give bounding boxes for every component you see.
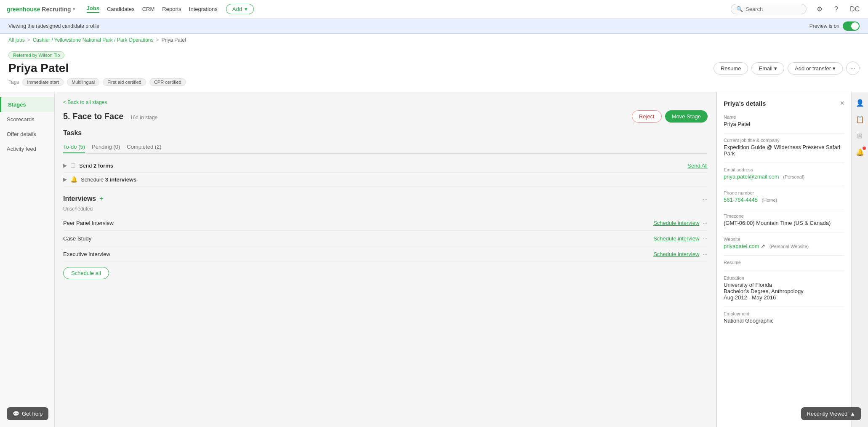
banner-text: Viewing the redesigned candidate profile: [8, 23, 99, 29]
header-actions: Resume Email ▾ Add or transfer ▾ ···: [714, 61, 860, 75]
interviews-more-button[interactable]: ···: [703, 195, 708, 202]
preview-label: Preview is on: [809, 23, 839, 29]
schedule-exec-link[interactable]: Schedule interview: [653, 251, 699, 257]
add-or-transfer-button[interactable]: Add or transfer ▾: [788, 62, 843, 75]
profile-icon[interactable]: 👤: [854, 97, 866, 109]
interview-case-actions: Schedule interview ···: [653, 235, 708, 242]
left-sidebar: Stages Scorecards Offer details Activity…: [0, 92, 55, 427]
right-panel-header: Priya's details ×: [724, 99, 844, 108]
chat-label: Get help: [22, 411, 43, 417]
email-button[interactable]: Email ▾: [751, 62, 784, 75]
email-link[interactable]: priya.patel@zmail.com: [724, 173, 779, 180]
tab-completed[interactable]: Completed (2): [127, 141, 161, 153]
interview-row-exec: Executive Interview Schedule interview ·…: [63, 246, 708, 262]
detail-education-label: Education: [724, 275, 844, 280]
divider-4: [724, 209, 844, 209]
chat-widget[interactable]: 💬 Get help: [7, 407, 48, 420]
logo-gray: Recruiting: [42, 6, 71, 13]
logo-green: greenhouse: [7, 6, 40, 13]
tab-todo[interactable]: To-do (5): [63, 141, 85, 153]
phone-link[interactable]: 561-784-4445: [724, 197, 758, 203]
email-tag: (Personal): [783, 174, 804, 179]
exec-more-button[interactable]: ···: [703, 251, 708, 257]
task-row-forms: ▶ ☐ Send 2 forms Send All: [63, 159, 708, 173]
tasks-title: Tasks: [63, 129, 708, 137]
logo-dropdown-arrow[interactable]: ▾: [73, 7, 75, 11]
divider-6: [724, 255, 844, 256]
schedule-peer-link[interactable]: Schedule interview: [653, 220, 699, 226]
move-stage-button[interactable]: Move Stage: [665, 110, 708, 123]
nav-jobs[interactable]: Jobs: [87, 5, 99, 13]
more-button[interactable]: ···: [846, 61, 860, 75]
divider-8: [724, 307, 844, 307]
tag-multilingual[interactable]: Multilingual: [67, 78, 99, 86]
sidebar-item-activity-feed[interactable]: Activity feed: [0, 141, 54, 156]
detail-email: Email address priya.patel@zmail.com (Per…: [724, 167, 844, 180]
tag-first-aid[interactable]: First aid certified: [103, 78, 146, 86]
website-link[interactable]: priyapatel.com: [724, 243, 759, 249]
detail-employment: Employment National Geographic: [724, 311, 844, 324]
help-button[interactable]: ?: [833, 4, 840, 15]
tasks-section: Tasks To-do (5) Pending (0) Completed (2…: [63, 129, 708, 187]
interviews-header: Interviews + ···: [63, 195, 708, 203]
detail-job-value: Expedition Guide @ Wilderness Preserve S…: [724, 144, 844, 157]
reject-button[interactable]: Reject: [632, 110, 662, 123]
case-more-button[interactable]: ···: [703, 235, 708, 242]
detail-website: Website priyapatel.com ↗ (Personal Websi…: [724, 237, 844, 249]
detail-job-label: Current job title & company: [724, 138, 844, 143]
grid-icon[interactable]: ⊞: [855, 130, 864, 141]
detail-email-value: priya.patel@zmail.com (Personal): [724, 173, 844, 180]
task-interviews-icon: 🔔: [70, 176, 77, 183]
detail-education-value: University of Florida Bachelor's Degree,…: [724, 282, 844, 301]
right-panel-close-button[interactable]: ×: [840, 99, 844, 108]
recently-viewed-widget[interactable]: Recently Viewed ▲: [801, 407, 861, 420]
detail-name: Name Priya Patel: [724, 115, 844, 127]
settings-button[interactable]: ⚙: [815, 3, 824, 15]
divider-7: [724, 271, 844, 271]
send-all-link[interactable]: Send All: [687, 163, 708, 169]
schedule-all-button[interactable]: Schedule all: [63, 267, 109, 279]
task-left-interviews: ▶ 🔔 Schedule 3 interviews: [63, 176, 136, 183]
notification-icon[interactable]: 🔔: [854, 147, 866, 158]
task-expand-icon2[interactable]: ▶: [63, 176, 67, 182]
phone-tag: (Home): [762, 197, 777, 203]
table-icon[interactable]: 📋: [854, 114, 866, 125]
search-input[interactable]: [746, 6, 796, 12]
sidebar-item-stages[interactable]: Stages: [0, 97, 54, 112]
add-interview-button[interactable]: +: [99, 195, 103, 203]
back-to-stages-link[interactable]: < Back to all stages: [63, 99, 107, 105]
preview-banner: Viewing the redesigned candidate profile…: [0, 19, 868, 34]
interview-peer-name: Peer Panel Interview: [63, 220, 114, 226]
schedule-case-link[interactable]: Schedule interview: [653, 235, 699, 242]
stage-actions: Reject Move Stage: [632, 110, 708, 123]
nav-integrations[interactable]: Integrations: [189, 6, 218, 12]
sidebar-item-scorecards[interactable]: Scorecards: [0, 112, 54, 127]
sidebar-item-offer-details[interactable]: Offer details: [0, 127, 54, 141]
interviews-section: Interviews + ··· Unscheduled Peer Panel …: [63, 195, 708, 279]
resume-button[interactable]: Resume: [714, 62, 748, 75]
task-expand-icon[interactable]: ▶: [63, 163, 67, 168]
divider-3: [724, 186, 844, 186]
search-bar[interactable]: 🔍: [731, 4, 807, 14]
candidate-name: Priya Patel: [8, 61, 69, 75]
tab-pending[interactable]: Pending (0): [92, 141, 120, 153]
breadcrumb-all-jobs[interactable]: All jobs: [8, 37, 25, 43]
add-button[interactable]: Add ▾: [226, 4, 254, 14]
nav-candidates[interactable]: Candidates: [107, 6, 135, 12]
nav-reports[interactable]: Reports: [162, 6, 181, 12]
detail-website-value: priyapatel.com ↗ (Personal Website): [724, 243, 844, 249]
preview-toggle[interactable]: [843, 21, 860, 31]
breadcrumb-job[interactable]: Cashier / Yellowstone National Park / Pa…: [33, 37, 154, 43]
tags-row: Tags Immediate start Multilingual First …: [8, 78, 860, 86]
nav-crm[interactable]: CRM: [142, 6, 155, 12]
stage-header: 5. Face to Face 16d in stage Reject Move…: [63, 110, 708, 123]
user-avatar[interactable]: DC: [848, 4, 861, 15]
detail-name-label: Name: [724, 115, 844, 120]
breadcrumb-sep2: >: [156, 37, 159, 43]
peer-more-button[interactable]: ···: [703, 219, 708, 226]
recently-viewed-label: Recently Viewed: [807, 411, 848, 417]
interviews-title: Interviews: [63, 195, 96, 203]
top-nav: greenhouse Recruiting ▾ Jobs Candidates …: [0, 0, 868, 19]
tag-immediate-start[interactable]: Immediate start: [22, 78, 64, 86]
tag-cpr[interactable]: CPR certified: [149, 78, 186, 86]
